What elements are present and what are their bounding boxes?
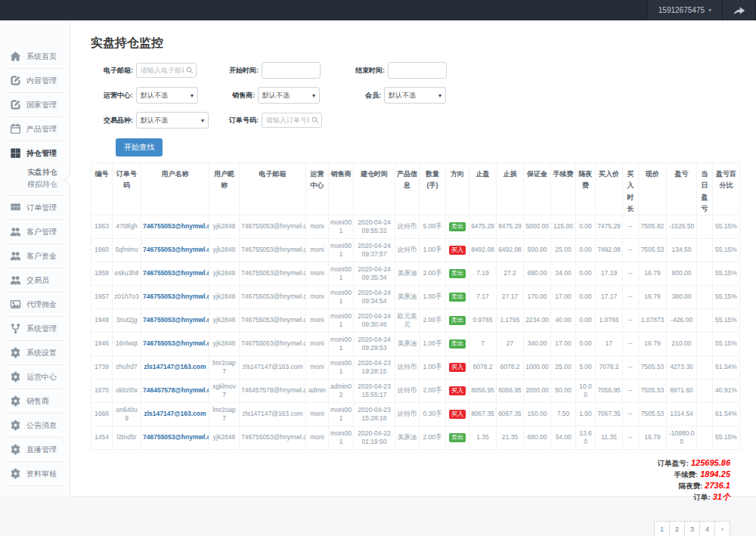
sidebar-item-order[interactable]: 订单管理	[0, 196, 70, 219]
select-caret-icon: ▾	[201, 117, 204, 124]
sidebar-item-seller[interactable]: 销售商	[0, 389, 70, 413]
cell: 1.35	[469, 426, 497, 450]
member-select[interactable]: 默认不选 ▾	[384, 87, 446, 104]
sidebar-subitem-real-position[interactable]: 实盘持仓	[27, 166, 70, 178]
cell	[697, 309, 713, 333]
cell: moni	[306, 333, 329, 356]
cell: 7078.2	[596, 356, 623, 380]
sidebar-item-label: 代理佣金	[26, 299, 57, 310]
user-name-link[interactable]: 746755053@hnymwl.com	[143, 316, 209, 324]
column-header: 盈亏百分比	[713, 163, 740, 215]
sidebar-item-country[interactable]: 国家管理	[0, 93, 70, 116]
direction-badge: 买入	[449, 363, 466, 372]
direction-badge: 卖出	[449, 222, 466, 231]
topbar: 15912675475 ▾	[0, 0, 756, 20]
cell: 1.00手	[420, 333, 446, 356]
sidebar-item-content[interactable]: 内容管理	[0, 69, 70, 92]
cell: 680.00	[524, 426, 551, 450]
search-button[interactable]: 开始查找	[116, 138, 163, 156]
page-next-button[interactable]: ›	[714, 521, 730, 536]
sidebar-item-settings[interactable]: 系统设置	[0, 341, 70, 364]
cell: moni001	[329, 426, 354, 450]
sidebar-item-position[interactable]: 持仓管理	[0, 141, 70, 165]
user-name-link[interactable]: 746755053@hnymwl.com	[143, 339, 209, 347]
cell: 0.9765	[469, 309, 497, 333]
page-button-4[interactable]: 4	[699, 521, 715, 536]
cell: 746755053@hnymwl.com	[141, 333, 209, 356]
sidebar-item-operation[interactable]: 运营中心	[0, 365, 70, 389]
user-name-link[interactable]: 746755053@hnymwl.com	[143, 246, 209, 253]
cell: 746755053@hnymwl.com	[240, 239, 306, 262]
page-button-3[interactable]: 3	[684, 521, 700, 536]
cell: 买入	[446, 239, 469, 262]
gear-icon	[10, 395, 21, 407]
sidebar-item-commission[interactable]: 代理佣金	[0, 293, 70, 316]
column-header: 产品信息	[395, 163, 420, 215]
user-name-link[interactable]: 746755053@hnymwl.com	[143, 222, 209, 230]
sidebar-item-product[interactable]: 产品管理	[0, 117, 70, 141]
sidebar-item-label: 系统首页	[26, 51, 57, 62]
seller-select[interactable]: 默认不选 ▾	[258, 87, 320, 104]
user-name-link[interactable]: zls147147@163.com	[144, 363, 206, 370]
user-name-link[interactable]: 746755053@hnymwl.com	[143, 269, 209, 277]
start-time-input[interactable]	[262, 62, 321, 79]
cell: 7067.35	[596, 403, 623, 426]
direction-badge: 卖出	[449, 293, 466, 302]
sidebar-item-live[interactable]: 直播管理	[0, 438, 70, 461]
cell: --	[623, 239, 639, 262]
symbol-select[interactable]: 默认不选 ▾	[136, 112, 209, 129]
cell: 7	[469, 333, 497, 356]
operation-center-value: 默认不选	[141, 91, 168, 101]
cell: on640u9	[113, 403, 141, 426]
cell: 21.35	[497, 426, 524, 450]
column-header: 手续费	[551, 163, 576, 215]
cell: 比特币	[395, 356, 420, 380]
sidebar-item-notice[interactable]: 公告消息	[0, 414, 70, 437]
cell: 美原油	[395, 426, 420, 450]
cell: 500.00	[524, 239, 551, 262]
page-button-1[interactable]: 1	[654, 521, 670, 536]
cell: 1.07873	[639, 309, 667, 333]
cell: 13.60	[576, 426, 596, 450]
cell: moni001	[329, 215, 354, 239]
cell: 55.15%	[713, 309, 740, 333]
gear-icon	[10, 468, 21, 479]
sidebar-subitem-sim-position[interactable]: 模拟持仓	[27, 178, 70, 191]
gear-icon	[10, 371, 21, 383]
cell: xgklmov7	[209, 380, 240, 403]
user-menu-button[interactable]: 15912675475 ▾	[647, 0, 723, 20]
table-row: 1670okbzl0x746457578@hnymwl.comxgklmov77…	[91, 380, 740, 403]
positions-table-wrap: 编号订单号码用户名称用户昵称电子邮箱运营中心销售商建仓时间产品信息数量(手)方向…	[91, 163, 739, 450]
sidebar-item-customer[interactable]: 客户管理	[0, 220, 70, 243]
cell	[697, 333, 713, 356]
sidebar-item-funds[interactable]: 客户资金	[0, 244, 70, 268]
user-name-link[interactable]: zls147147@163.com	[144, 410, 206, 417]
cell: 34.00	[551, 262, 576, 286]
operation-center-select[interactable]: 默认不选 ▾	[136, 87, 198, 104]
sidebar-item-home[interactable]: 系统首页	[0, 45, 70, 68]
user-name-link[interactable]: 746755053@hnymwl.com	[143, 433, 209, 441]
filter-row-2: 运营中心: 默认不选 ▾ 销售商: 默认不选 ▾ 会员:	[104, 87, 739, 104]
member-value: 默认不选	[389, 91, 416, 101]
table-row: 194616nlwqt746755053@hnymwl.comyjk284874…	[91, 333, 740, 356]
end-time-input[interactable]	[388, 62, 447, 79]
sidebar-item-trader[interactable]: 交易员	[0, 268, 70, 292]
sidebar-item-audit[interactable]: 资料审核	[0, 462, 70, 485]
logout-button[interactable]	[723, 0, 756, 20]
user-name-link[interactable]: 746457578@hnymwl.com	[143, 386, 209, 394]
user-name-link[interactable]: 746755053@hnymwl.com	[143, 293, 209, 300]
column-header: 止盈	[469, 163, 497, 215]
table-row: 1454l2tnd5r746755053@hnymwl.comyjk284874…	[91, 426, 740, 450]
member-filter: 会员: 默认不选 ▾	[355, 87, 739, 104]
cell: moni	[306, 356, 329, 380]
cell: 55.15%	[713, 286, 740, 309]
column-header: 订单号码	[113, 163, 141, 215]
cell: --	[623, 356, 639, 380]
sidebar-item-system[interactable]: 系统管理	[0, 317, 70, 340]
cell: moni	[306, 426, 329, 450]
cell: 25.00	[551, 239, 576, 262]
page-button-2[interactable]: 2	[669, 521, 685, 536]
sidebar-divider	[6, 485, 64, 486]
cell: 380.00	[667, 286, 697, 309]
sidebar-item-label: 运营中心	[26, 372, 57, 383]
